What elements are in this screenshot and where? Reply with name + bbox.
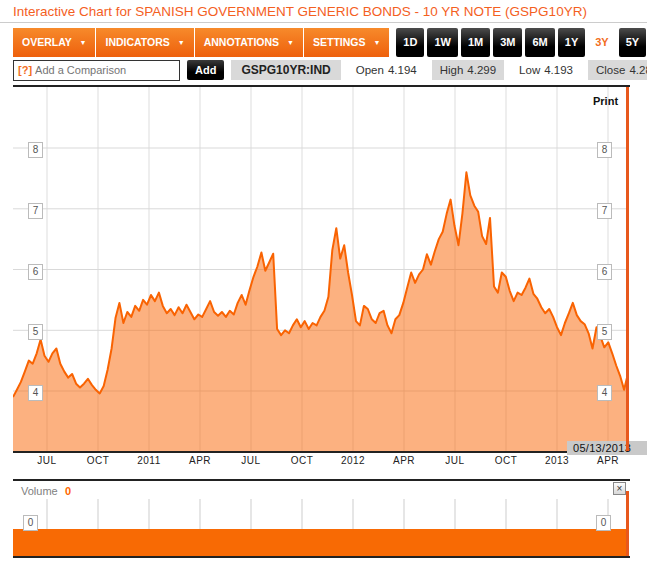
symbol-badge: GSPG10YR:IND (231, 60, 340, 80)
x-tick-2012: 2012 (341, 455, 365, 466)
range-3m[interactable]: 3M (493, 28, 522, 57)
add-comparison-input[interactable]: [?] (13, 60, 180, 81)
chevron-down-icon: ▼ (373, 39, 380, 46)
x-tick-2011: 2011 (137, 455, 161, 466)
menu-indicators[interactable]: INDICATORS ▼ (96, 28, 194, 57)
volume-tick (454, 499, 456, 529)
ohlc-fields: Open4.194High4.299Low4.193Close4.288 (348, 60, 647, 80)
x-tick-jul: JUL (241, 455, 260, 466)
x-tick-apr: APR (393, 455, 415, 466)
chevron-down-icon: ▼ (287, 39, 294, 46)
range-1m[interactable]: 1M (461, 28, 490, 57)
y-tick-6: 6 (597, 264, 612, 280)
volume-tick (148, 499, 150, 529)
volume-tick (301, 499, 303, 529)
y-tick-7: 7 (28, 203, 43, 219)
last-date-badge: 05/13/2013 (567, 441, 647, 455)
price-area-chart[interactable] (13, 87, 628, 451)
y-tick-5: 5 (597, 324, 612, 340)
x-tick-jul: JUL (37, 455, 56, 466)
page-title: Interactive Chart for SPANISH GOVERNMENT… (13, 4, 587, 19)
x-tick-2013: 2013 (545, 455, 569, 466)
range-6m[interactable]: 6M (525, 28, 554, 57)
x-tick-apr: APR (597, 455, 619, 466)
dropdown-menus: OVERLAY ▼INDICATORS ▼ANNOTATIONS ▼SETTIN… (13, 28, 390, 57)
volume-tick (352, 499, 354, 529)
close-icon[interactable]: × (613, 482, 626, 495)
volume-tick (97, 499, 99, 529)
quote-row: [?] Add GSPG10YR:IND Open4.194High4.299L… (13, 59, 640, 81)
volume-tick (505, 499, 507, 529)
y-tick-7: 7 (597, 203, 612, 219)
volume-value: 0 (65, 485, 71, 497)
volume-tick (46, 499, 48, 529)
y-tick-4: 4 (597, 385, 612, 401)
volume-axis-zero: 0 (596, 515, 611, 531)
x-tick-oct: OCT (495, 455, 518, 466)
x-tick-jul: JUL (445, 455, 464, 466)
menu-settings[interactable]: SETTINGS ▼ (304, 28, 390, 57)
quote-low: Low4.193 (511, 60, 581, 80)
help-icon[interactable]: [?] (18, 64, 32, 76)
chevron-down-icon: ▼ (80, 39, 87, 46)
chevron-down-icon: ▼ (178, 39, 185, 46)
menu-annotations[interactable]: ANNOTATIONS ▼ (195, 28, 304, 57)
x-tick-oct: OCT (87, 455, 110, 466)
x-tick-apr: APR (189, 455, 211, 466)
volume-bar (13, 529, 626, 556)
volume-tick (250, 499, 252, 529)
y-tick-8: 8 (597, 142, 612, 158)
main-chart-panel: 8877665544 Print 05/13/2013 (13, 85, 630, 453)
print-link[interactable]: Print (593, 95, 618, 107)
comparison-text-field[interactable] (35, 64, 175, 76)
y-tick-6: 6 (28, 264, 43, 280)
volume-range-scrollbar[interactable] (626, 491, 629, 556)
range-1d[interactable]: 1D (396, 28, 424, 57)
quote-open: Open4.194 (348, 60, 425, 80)
range-1w[interactable]: 1W (427, 28, 458, 57)
volume-tick (556, 499, 558, 529)
y-tick-4: 4 (28, 385, 43, 401)
volume-axis-zero: 0 (23, 515, 38, 531)
range-1y[interactable]: 1Y (558, 28, 585, 57)
range-5y[interactable]: 5Y (619, 28, 646, 57)
chart-range-scrollbar[interactable] (626, 87, 629, 451)
quote-close: Close4.288 (588, 60, 647, 80)
x-tick-oct: OCT (291, 455, 314, 466)
time-range-buttons: 1D1W1M3M6M1Y3Y5YYTD (396, 28, 647, 57)
y-tick-8: 8 (28, 142, 43, 158)
chart-toolbar: OVERLAY ▼INDICATORS ▼ANNOTATIONS ▼SETTIN… (13, 28, 647, 57)
add-comparison-button[interactable]: Add (187, 60, 224, 80)
quote-high: High4.299 (432, 60, 504, 80)
volume-panel: Volume 0 × 00 (13, 479, 630, 558)
volume-tick (199, 499, 201, 529)
x-axis-labels: JULOCT2011APRJULOCT2012APRJULOCT2013APR (13, 455, 628, 469)
y-tick-5: 5 (28, 324, 43, 340)
title-divider (0, 22, 647, 23)
volume-tick (403, 499, 405, 529)
volume-label: Volume (21, 485, 58, 497)
range-3y[interactable]: 3Y (588, 28, 615, 57)
menu-overlay[interactable]: OVERLAY ▼ (13, 28, 96, 57)
